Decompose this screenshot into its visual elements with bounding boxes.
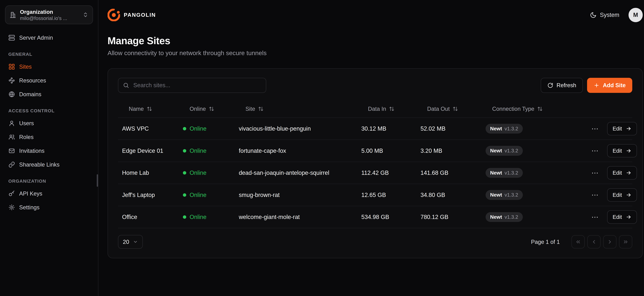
- last-page-button[interactable]: [619, 235, 632, 248]
- sidebar-section-organization: ORGANIZATION: [8, 178, 90, 184]
- column-header-connection-type[interactable]: Connection Type: [486, 106, 589, 112]
- toolbar-actions: Refresh Add Site: [541, 78, 632, 93]
- sidebar-item-label: API Keys: [19, 190, 42, 197]
- search-icon: [123, 82, 129, 88]
- chevron-right-icon: [607, 239, 613, 245]
- server-icon: [8, 34, 15, 41]
- edit-button[interactable]: Edit: [607, 188, 637, 202]
- sidebar-item-invitations[interactable]: Invitations: [5, 144, 93, 158]
- sidebar-scrollbar[interactable]: [97, 174, 98, 187]
- organization-label: Organization: [20, 8, 79, 16]
- globe-icon: [8, 91, 15, 98]
- site-name: Jeff's Laptop: [122, 192, 183, 198]
- column-header-online[interactable]: Online: [183, 106, 239, 112]
- sort-icon: [258, 106, 264, 112]
- data-out: 34.80 GB: [420, 192, 486, 198]
- avatar[interactable]: M: [628, 8, 643, 22]
- sidebar-item-api-keys[interactable]: API Keys: [5, 187, 93, 200]
- site-slug: vivacious-little-blue-penguin: [239, 125, 361, 132]
- sidebar-item-label: Resources: [19, 77, 46, 84]
- page-title: Manage Sites: [108, 35, 643, 46]
- edit-button[interactable]: Edit: [607, 210, 637, 224]
- sidebar-item-domains[interactable]: Domains: [5, 87, 93, 101]
- sidebar-item-users[interactable]: Users: [5, 116, 93, 130]
- data-out: 3.20 MB: [420, 148, 486, 154]
- data-in: 30.12 MB: [361, 125, 420, 132]
- page-info: Page 1 of 1: [531, 239, 560, 245]
- search-input[interactable]: [118, 78, 266, 93]
- app-root: Organization milo@fossorial.io's ... Ser…: [0, 0, 644, 296]
- brand-name: PANGOLIN: [124, 12, 156, 18]
- status-badge: Online: [183, 170, 239, 176]
- organization-value: milo@fossorial.io's ...: [20, 16, 79, 21]
- user-icon: [8, 120, 15, 126]
- column-header-data-in[interactable]: Data In: [361, 106, 420, 112]
- sites-card: Refresh Add Site Name Online Site Data I…: [108, 68, 643, 258]
- row-menu-button[interactable]: ⋯: [589, 191, 601, 200]
- data-in: 534.98 GB: [361, 214, 420, 220]
- table-row: Jeff's Laptop Online smug-brown-rat 12.6…: [118, 184, 632, 206]
- row-menu-button[interactable]: ⋯: [589, 213, 601, 222]
- avatar-initial: M: [633, 12, 638, 18]
- sidebar-item-server-admin[interactable]: Server Admin: [5, 31, 93, 44]
- connection-badge: Newtv1.3.2: [486, 168, 523, 178]
- sidebar-item-settings[interactable]: Settings: [5, 200, 93, 214]
- sidebar-item-shareable-links[interactable]: Shareable Links: [5, 158, 93, 172]
- sites-toolbar: Refresh Add Site: [118, 78, 632, 93]
- key-icon: [8, 190, 15, 197]
- refresh-button[interactable]: Refresh: [541, 78, 583, 93]
- column-header-site[interactable]: Site: [239, 106, 361, 112]
- sidebar-section-access-control: ACCESS CONTROL: [8, 108, 90, 114]
- edit-button[interactable]: Edit: [607, 144, 637, 158]
- theme-toggle[interactable]: System: [590, 12, 620, 18]
- previous-page-button[interactable]: [587, 235, 601, 248]
- site-slug: dead-san-joaquin-antelope-squirrel: [239, 170, 361, 176]
- data-in: 12.65 GB: [361, 192, 420, 198]
- arrow-right-icon: [626, 192, 632, 198]
- table-row: Edge Device 01 Online fortunate-cape-fox…: [118, 140, 632, 162]
- pager: Page 1 of 1: [531, 235, 632, 248]
- page-size-select[interactable]: 20: [118, 235, 143, 249]
- online-dot-icon: [183, 215, 186, 219]
- sidebar-item-label: Shareable Links: [19, 162, 60, 168]
- row-menu-button[interactable]: ⋯: [589, 124, 601, 133]
- column-header-name[interactable]: Name: [122, 106, 183, 112]
- brand[interactable]: PANGOLIN: [108, 9, 156, 21]
- data-in: 112.42 GB: [361, 170, 420, 176]
- data-in: 5.00 MB: [361, 148, 420, 154]
- topbar-right: System M: [590, 8, 643, 22]
- edit-button[interactable]: Edit: [607, 122, 637, 136]
- row-menu-button[interactable]: ⋯: [589, 146, 601, 155]
- edit-button[interactable]: Edit: [607, 166, 637, 180]
- connection-type-cell: Newtv1.3.2: [486, 124, 589, 134]
- sort-icon: [147, 106, 152, 112]
- site-name: Home Lab: [122, 170, 183, 176]
- add-site-button[interactable]: Add Site: [587, 78, 632, 93]
- first-page-button[interactable]: [572, 235, 585, 248]
- sites-table: Name Online Site Data In Data Out Connec…: [118, 100, 632, 228]
- sidebar-item-label: Domains: [19, 91, 41, 98]
- sidebar-item-resources[interactable]: Resources: [5, 74, 93, 88]
- status-badge: Online: [183, 148, 239, 154]
- next-page-button[interactable]: [603, 235, 616, 248]
- sort-icon: [389, 106, 394, 112]
- sidebar-item-roles[interactable]: Roles: [5, 130, 93, 144]
- site-name: AWS VPC: [122, 125, 183, 132]
- column-header-data-out[interactable]: Data Out: [420, 106, 486, 112]
- sidebar-nav: Server Admin GENERAL Sites Resources Dom…: [5, 31, 93, 214]
- site-slug: welcome-giant-mole-rat: [239, 214, 361, 220]
- organization-switcher[interactable]: Organization milo@fossorial.io's ...: [5, 6, 93, 24]
- arrow-right-icon: [626, 170, 632, 176]
- row-menu-button[interactable]: ⋯: [589, 168, 601, 177]
- sidebar-item-sites[interactable]: Sites: [5, 60, 93, 74]
- plus-icon: [594, 82, 600, 88]
- online-dot-icon: [183, 193, 186, 197]
- sidebar-section-general: GENERAL: [8, 52, 90, 57]
- search-box: [118, 78, 266, 93]
- pager-buttons: [572, 235, 632, 248]
- chevrons-up-down-icon: [82, 12, 88, 18]
- connection-badge: Newtv1.3.2: [486, 124, 523, 134]
- add-site-label: Add Site: [603, 82, 626, 88]
- sidebar-item-label: Settings: [19, 204, 40, 210]
- sort-icon: [452, 106, 458, 112]
